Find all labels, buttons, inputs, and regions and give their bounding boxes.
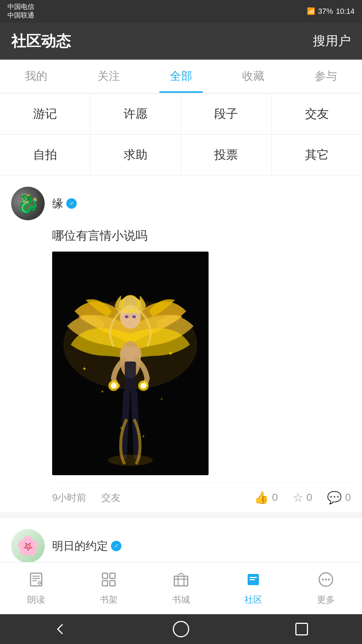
signal-icon: 📶 (307, 7, 315, 15)
avatar-2[interactable] (11, 529, 45, 563)
nav-shelf[interactable]: 书架 (72, 571, 145, 606)
svg-rect-29 (174, 576, 188, 586)
star-icon: ☆ (293, 490, 304, 505)
gender-male-icon: ♂ (66, 198, 77, 209)
page-title: 社区动态 (11, 31, 71, 51)
post-image-1: ✦ ✦ ✦ + + ✦ (52, 252, 209, 475)
username-2: 明日的约定 ♂ (52, 539, 121, 554)
star-button-1[interactable]: ☆ 0 (293, 490, 312, 505)
avatar-image-2 (11, 529, 45, 563)
svg-text:✦: ✦ (168, 349, 174, 357)
recents-square (295, 623, 308, 635)
bottom-navigation: 朗读 书架 书城 (0, 562, 362, 614)
category-wish[interactable]: 许愿 (90, 94, 181, 135)
svg-text:✦: ✦ (142, 434, 145, 439)
comment-button-1[interactable]: 💬 0 (327, 490, 351, 505)
username-1: 缘 ♂ (52, 196, 77, 211)
comment-icon: 💬 (327, 490, 342, 505)
category-joke[interactable]: 段子 (181, 94, 272, 135)
tab-all[interactable]: 全部 (145, 60, 217, 93)
nav-more-label: 更多 (317, 594, 335, 606)
carrier2: 中国联通 (7, 11, 34, 20)
svg-text:✦: ✦ (101, 389, 104, 394)
nav-bookstore[interactable]: 书城 (145, 571, 217, 606)
like-icon: 👍 (254, 490, 269, 505)
category-selfie[interactable]: 自拍 (0, 135, 90, 176)
svg-point-13 (140, 383, 146, 389)
gender-male-icon-2: ♂ (111, 541, 121, 551)
svg-rect-28 (110, 581, 115, 586)
post-text-1: 哪位有言情小说吗 (52, 228, 351, 244)
carrier1: 中国电信 (7, 3, 34, 11)
post-header-1: 缘 ♂ (11, 187, 351, 220)
app-header: 社区动态 搜用户 (0, 22, 362, 60)
post-header-2: 明日的约定 ♂ (11, 529, 351, 563)
svg-point-20 (108, 455, 153, 466)
category-friend[interactable]: 交友 (272, 94, 362, 135)
back-button[interactable] (49, 618, 72, 640)
category-other[interactable]: 其它 (272, 135, 362, 176)
star-count-1: 0 (307, 492, 312, 503)
time-display: 10:14 (336, 7, 355, 16)
status-bar: 中国电信 中国联通 📶 37% 10:14 (0, 0, 362, 22)
avatar-1[interactable] (11, 187, 45, 220)
category-travel[interactable]: 游记 (0, 94, 90, 135)
nav-more[interactable]: 更多 (290, 571, 362, 606)
like-button-1[interactable]: 👍 0 (254, 490, 278, 505)
nav-read[interactable]: 朗读 (0, 571, 72, 606)
svg-point-37 (322, 579, 324, 581)
post-card-1: 缘 ♂ 哪位有言情小说吗 (0, 176, 362, 512)
nav-shelf-label: 书架 (100, 594, 118, 606)
svg-rect-5 (125, 362, 136, 391)
svg-point-39 (328, 579, 330, 581)
tab-follow[interactable]: 关注 (72, 60, 145, 93)
like-count-1: 0 (272, 492, 278, 503)
nav-community[interactable]: 社区 (217, 571, 289, 606)
read-icon (28, 571, 45, 591)
svg-rect-26 (110, 573, 115, 578)
svg-text:+: + (160, 396, 163, 402)
comment-count-1: 0 (345, 492, 351, 503)
shelf-icon (100, 571, 117, 591)
svg-rect-35 (250, 579, 255, 580)
user-info-1: 缘 ♂ (52, 196, 77, 211)
home-button[interactable] (170, 618, 192, 640)
svg-rect-25 (102, 573, 108, 578)
tab-mine[interactable]: 我的 (0, 60, 72, 93)
post-tag-1: 交友 (101, 491, 121, 504)
svg-point-7 (125, 315, 128, 318)
svg-text:✦: ✦ (82, 366, 87, 372)
svg-rect-34 (250, 577, 257, 578)
recents-button[interactable] (290, 618, 313, 640)
post-image-container-1[interactable]: ✦ ✦ ✦ + + ✦ (52, 252, 351, 475)
post-time-1: 9小时前 (52, 491, 86, 504)
user-info-2: 明日的约定 ♂ (52, 539, 121, 554)
svg-point-11 (111, 383, 117, 389)
category-help[interactable]: 求助 (90, 135, 181, 176)
post-footer-1: 9小时前 交友 👍 0 ☆ 0 💬 0 (52, 483, 351, 512)
nav-bookstore-label: 书城 (172, 594, 190, 606)
svg-text:+: + (119, 424, 123, 432)
search-user-button[interactable]: 搜用户 (313, 32, 351, 50)
avatar-image-1 (11, 187, 45, 220)
community-icon (245, 571, 262, 591)
carrier-info: 中国电信 中国联通 (7, 3, 34, 20)
category-vote[interactable]: 投票 (181, 135, 272, 176)
battery-level: 37% (318, 7, 333, 16)
svg-rect-27 (102, 581, 108, 586)
home-circle (173, 621, 189, 637)
svg-point-38 (325, 579, 327, 581)
category-grid: 游记 许愿 段子 交友 自拍 求助 投票 其它 (0, 93, 362, 176)
nav-read-label: 朗读 (27, 594, 45, 606)
status-right: 📶 37% 10:14 (307, 7, 355, 16)
main-tab-bar: 我的 关注 全部 收藏 参与 (0, 60, 362, 93)
post-actions-1: 👍 0 ☆ 0 💬 0 (254, 490, 351, 505)
tab-collect[interactable]: 收藏 (217, 60, 289, 93)
bookstore-icon (172, 571, 190, 591)
tab-join[interactable]: 参与 (290, 60, 362, 93)
svg-point-8 (132, 315, 136, 318)
nav-community-label: 社区 (244, 594, 262, 606)
system-nav-bar (0, 614, 362, 644)
more-icon (317, 571, 334, 591)
